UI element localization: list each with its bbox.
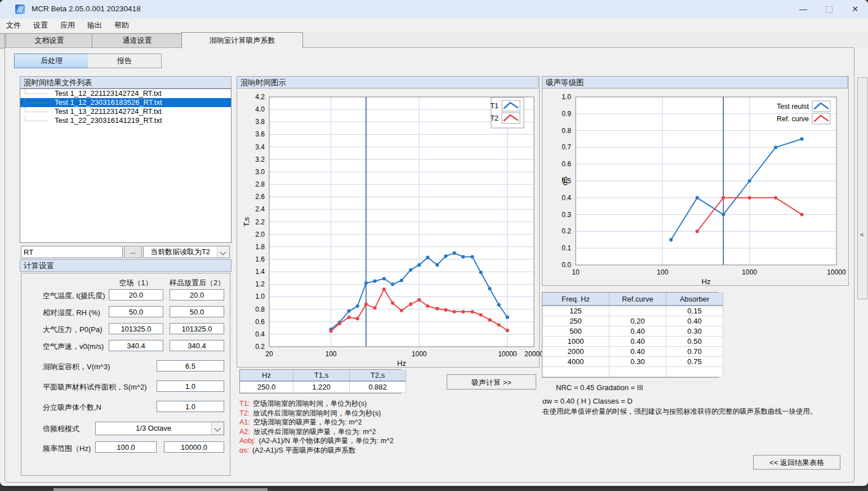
svg-text:2.0: 2.0 — [255, 231, 265, 238]
octave-mode-label: 倍频程模式 — [43, 424, 79, 434]
table-row[interactable]: 1250.15 — [542, 306, 723, 316]
menu-settings[interactable]: 设置 — [27, 20, 54, 30]
tree-connector-icon — [25, 107, 48, 112]
field-input-empty[interactable] — [109, 306, 163, 317]
svg-text:0.2: 0.2 — [562, 227, 571, 235]
rt-chart[interactable]: 0.20.40.60.81.01.21.41.61.82.02.22.42.62… — [237, 89, 538, 365]
background-window-sliver — [54, 488, 268, 491]
svg-text:0.3: 0.3 — [562, 211, 571, 219]
field-input-sample[interactable] — [170, 340, 224, 351]
svg-text:0.8: 0.8 — [562, 127, 571, 135]
field-label: 大气压力，P0(Pa) — [43, 325, 102, 335]
menu-help[interactable]: 帮助 — [108, 20, 135, 30]
column-header: Hz — [240, 370, 293, 381]
field-label: 分立吸声体个数,N — [43, 402, 101, 413]
tab-stub — [0, 33, 5, 48]
table-cell: 1.220 — [293, 381, 350, 393]
tab-document-settings[interactable]: 文档设置 — [6, 33, 93, 48]
table-row[interactable]: 5000.400.30 — [542, 326, 723, 337]
table-cell: 0.15 — [666, 306, 723, 316]
svg-text:4.2: 4.2 — [255, 93, 265, 101]
svg-text:0.8: 0.8 — [255, 306, 265, 313]
freq-max-input[interactable] — [164, 441, 224, 453]
table-row[interactable] — [542, 367, 723, 377]
svg-text:0.4: 0.4 — [562, 194, 571, 202]
svg-text:1.4: 1.4 — [255, 268, 265, 276]
svg-text:1.2: 1.2 — [255, 280, 265, 288]
data-read-value: 当前数据读取为T2 — [144, 246, 217, 258]
tab-channel-settings[interactable]: 通道设置 — [92, 33, 182, 48]
table-cell: 250 — [542, 316, 609, 326]
table-row[interactable]: 2500.200.40 — [542, 316, 723, 326]
chevron-down-icon[interactable] — [217, 246, 229, 258]
field-input-empty[interactable] — [109, 340, 163, 351]
menu-output[interactable]: 输出 — [81, 20, 108, 30]
app-icon — [15, 4, 26, 15]
file-panel-header: 混时间结果文件列表 — [20, 76, 232, 89]
chevron-left-icon: < — [860, 231, 863, 238]
y-axis-label: T,s — [242, 217, 251, 227]
window-title: MCR Beta 2.05.0.001 20230418 — [32, 5, 141, 13]
svg-text:0.2: 0.2 — [255, 343, 265, 351]
field-input-empty[interactable] — [109, 323, 163, 334]
menu-file[interactable]: 文件 — [0, 20, 27, 30]
field-input-sample[interactable] — [170, 306, 224, 317]
data-read-select[interactable]: 当前数据读取为T2 — [143, 246, 230, 258]
table-row[interactable]: 10000.400.50 — [542, 337, 723, 347]
table-cell — [666, 367, 723, 377]
file-name: Test 1_13_221123142724_RT.txt — [48, 107, 162, 116]
list-item[interactable]: Test 1_12_221123142724_RT.txt — [20, 89, 231, 98]
field-input-sample[interactable] — [170, 289, 224, 300]
table-row[interactable]: 250.01.2200.882 — [240, 381, 406, 393]
menu-bar: 文件 设置 应用 输出 帮助 — [0, 19, 868, 32]
absorption-calc-button[interactable]: 吸声计算 >> — [447, 374, 536, 390]
x-axis-label: Hz — [397, 359, 406, 368]
svg-text:10000: 10000 — [498, 350, 517, 358]
legend: T1T2 — [490, 98, 524, 128]
svg-text:T1: T1 — [490, 102, 498, 110]
close-icon[interactable]: ✕ — [842, 0, 868, 19]
table-cell: 0.30 — [666, 326, 723, 337]
minimize-icon[interactable]: — — [790, 0, 816, 19]
table-cell: 125 — [542, 306, 609, 316]
table-row[interactable]: 20000.400.70 — [542, 347, 723, 357]
field-label: 混响室容积，V(m^3) — [43, 362, 110, 372]
svg-text:0.1: 0.1 — [562, 244, 571, 252]
table-cell: 0.75 — [666, 357, 723, 367]
subtab-postprocess[interactable]: 后处理 — [14, 54, 89, 68]
chevron-down-icon[interactable] — [211, 422, 224, 435]
collapse-panel-handle[interactable]: < — [857, 77, 867, 299]
grade-chart[interactable]: 0.00.10.20.30.40.50.60.70.80.91.01010010… — [542, 89, 847, 284]
octave-mode-select[interactable]: 1/3 Octave — [95, 422, 224, 435]
subtab-report[interactable]: 报告 — [88, 54, 162, 68]
list-item[interactable]: Test 1_13_221123142724_RT.txt — [20, 107, 231, 116]
maximize-icon[interactable] — [816, 0, 842, 19]
file-list[interactable]: Test 1_12_221123142724_RT.txtTest 1_12_2… — [20, 89, 232, 243]
field-input[interactable] — [157, 401, 224, 412]
rt-result-table: HzT1,sT2,s250.01.2200.882 — [239, 369, 402, 393]
rt-name-input[interactable] — [21, 246, 123, 258]
list-item[interactable]: Test 1_22_230316141219_RT.txt — [20, 116, 231, 125]
field-label: 平面吸声材料试件面积，S(m^2) — [43, 382, 147, 392]
table-row[interactable]: 40000.300.75 — [542, 357, 723, 367]
note-line: A2:放试件后混响室的吸声量，单位为: m^2 — [239, 427, 532, 437]
tab-reverb-absorption[interactable]: 混响室计算吸声系数 — [181, 32, 303, 48]
field-input[interactable] — [157, 360, 224, 371]
field-input[interactable] — [157, 381, 224, 392]
browse-button[interactable]: ... — [124, 246, 142, 258]
field-input-sample[interactable] — [170, 323, 224, 334]
field-input-empty[interactable] — [109, 289, 163, 300]
back-to-results-button[interactable]: << 返回结果表格 — [753, 455, 840, 470]
svg-text:10: 10 — [572, 268, 580, 276]
list-item[interactable]: Test 1_12_230316183526_RT.txt — [20, 98, 231, 107]
svg-text:100: 100 — [657, 268, 668, 276]
svg-text:1000: 1000 — [742, 268, 757, 276]
menu-apply[interactable]: 应用 — [54, 20, 81, 30]
freq-min-input[interactable] — [95, 441, 157, 453]
column-header: Freq. Hz — [542, 293, 609, 306]
note-text: 空场混响室的吸声量，单位为: m^2 — [253, 418, 362, 426]
title-bar[interactable]: MCR Beta 2.05.0.001 20230418 — ✕ — [0, 0, 868, 19]
svg-text:1.0: 1.0 — [255, 293, 265, 300]
table-cell: 4000 — [542, 357, 609, 367]
svg-text:0.9: 0.9 — [562, 110, 571, 118]
